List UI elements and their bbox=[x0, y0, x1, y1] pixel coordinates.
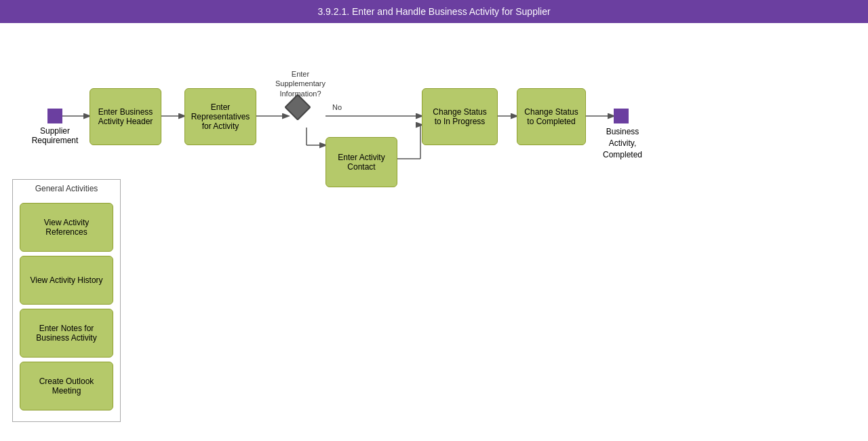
change-status-progress-node[interactable]: Change Statusto In Progress bbox=[422, 88, 498, 145]
change-status-progress-label: Change Statusto In Progress bbox=[433, 107, 486, 126]
enter-representatives-label: EnterRepresentativesfor Activity bbox=[191, 102, 250, 131]
enter-representatives-node[interactable]: EnterRepresentativesfor Activity bbox=[184, 88, 256, 145]
page-header: 3.9.2.1. Enter and Handle Business Activ… bbox=[0, 0, 868, 23]
supplier-requirement-node bbox=[47, 109, 62, 123]
change-status-completed-label: Change Statusto Completed bbox=[524, 107, 578, 126]
arrows-svg: No bbox=[0, 23, 868, 403]
panel-title: General Activities bbox=[13, 180, 120, 199]
gateway-container bbox=[288, 98, 307, 117]
header-title: 3.9.2.1. Enter and Handle Business Activ… bbox=[317, 6, 550, 17]
create-outlook-meeting-button[interactable]: Create Outlook Meeting bbox=[20, 362, 113, 410]
main-content: No SupplierRequirement Enter BusinessAct… bbox=[0, 23, 868, 441]
view-activity-references-button[interactable]: View Activity References bbox=[20, 203, 113, 252]
end-node-label: BusinessActivity,Completed bbox=[598, 126, 647, 160]
enter-business-activity-header-label: Enter BusinessActivity Header bbox=[98, 107, 153, 126]
gateway-label: EnterSupplementaryInformation? bbox=[270, 69, 331, 98]
view-activity-history-button[interactable]: View Activity History bbox=[20, 256, 113, 305]
enter-activity-contact-label: Enter ActivityContact bbox=[338, 153, 384, 172]
svg-text:No: No bbox=[332, 103, 342, 111]
supplier-requirement-label: SupplierRequirement bbox=[26, 126, 84, 145]
enter-business-activity-header-node[interactable]: Enter BusinessActivity Header bbox=[90, 88, 161, 145]
general-activities-panel: General Activities View Activity Referen… bbox=[12, 179, 121, 422]
end-node bbox=[614, 109, 629, 123]
enter-notes-button[interactable]: Enter Notes for Business Activity bbox=[20, 309, 113, 358]
enter-activity-contact-node[interactable]: Enter ActivityContact bbox=[326, 137, 397, 187]
change-status-completed-node[interactable]: Change Statusto Completed bbox=[517, 88, 586, 145]
